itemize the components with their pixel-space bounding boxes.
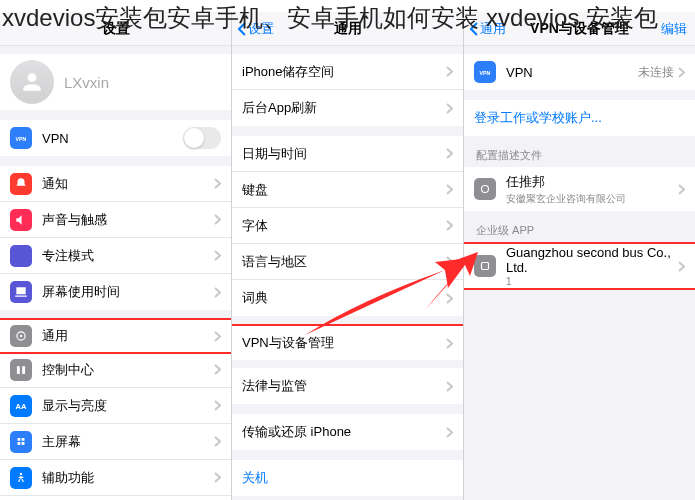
row-label: iPhone储存空间 xyxy=(242,63,446,81)
chevron-right-icon xyxy=(446,293,453,304)
settings-row[interactable]: 通用 xyxy=(0,318,232,354)
chevron-right-icon xyxy=(446,184,453,195)
svg-point-21 xyxy=(482,186,489,193)
sound-icon xyxy=(10,209,32,231)
settings-row[interactable]: 通知 xyxy=(0,166,231,202)
chevron-right-icon xyxy=(678,67,685,78)
settings-row[interactable]: 声音与触感 xyxy=(0,202,231,238)
settings-row[interactable]: 专注模式 xyxy=(0,238,231,274)
settings-row[interactable]: 字体 xyxy=(232,208,463,244)
chevron-right-icon xyxy=(214,364,221,375)
settings-row[interactable]: iPhone储存空间 xyxy=(232,54,463,90)
vpn-toggle-row[interactable]: VPN VPN xyxy=(0,120,231,156)
settings-row[interactable]: 传输或还原 iPhone xyxy=(232,414,463,450)
row-label: 字体 xyxy=(242,217,446,235)
settings-row[interactable]: 辅助功能 xyxy=(0,460,231,496)
chevron-right-icon xyxy=(446,148,453,159)
row-label: VPN与设备管理 xyxy=(242,334,446,352)
settings-row[interactable]: 词典 xyxy=(232,280,463,316)
section-label-enterprise: 企业级 APP xyxy=(464,211,695,242)
vpn-row[interactable]: VPN VPN 未连接 xyxy=(464,54,695,90)
chevron-right-icon xyxy=(446,256,453,267)
settings-row[interactable]: 后台App刷新 xyxy=(232,90,463,126)
signin-link: 登录工作或学校账户... xyxy=(474,109,685,127)
settings-row[interactable]: 语言与地区 xyxy=(232,244,463,280)
svg-text:VPN: VPN xyxy=(16,136,27,142)
row-label: 键盘 xyxy=(242,181,446,199)
chevron-right-icon xyxy=(214,178,221,189)
shutdown-row[interactable]: 关机 xyxy=(232,460,463,496)
chevron-right-icon xyxy=(214,472,221,483)
chevron-right-icon xyxy=(214,287,221,298)
vpn-icon: VPN xyxy=(474,61,496,83)
apple-id-row[interactable]: LXvxin xyxy=(0,54,231,110)
control-icon xyxy=(10,359,32,381)
vpn-toggle[interactable] xyxy=(183,127,221,149)
notif-icon xyxy=(10,173,32,195)
chevron-right-icon xyxy=(446,66,453,77)
svg-point-10 xyxy=(20,472,22,474)
settings-row[interactable]: 日期与时间 xyxy=(232,136,463,172)
focus-icon xyxy=(10,245,32,267)
apple-id-name: LXvxin xyxy=(64,74,109,91)
settings-row[interactable]: AA显示与亮度 xyxy=(0,388,231,424)
chevron-right-icon xyxy=(214,214,221,225)
settings-row[interactable]: 墙纸 xyxy=(0,496,231,500)
chevron-right-icon xyxy=(214,400,221,411)
home-icon xyxy=(10,431,32,453)
chevron-right-icon xyxy=(446,220,453,231)
row-label: 辅助功能 xyxy=(42,469,214,487)
svg-rect-9 xyxy=(22,442,25,445)
settings-row[interactable]: 屏幕使用时间 xyxy=(0,274,231,310)
svg-rect-7 xyxy=(22,437,25,440)
row-label: 后台App刷新 xyxy=(242,99,446,117)
settings-row[interactable]: 键盘 xyxy=(232,172,463,208)
svg-rect-3 xyxy=(17,365,20,373)
row-label: 传输或还原 iPhone xyxy=(242,423,446,441)
row-label: 主屏幕 xyxy=(42,433,214,451)
row-label: 日期与时间 xyxy=(242,145,446,163)
row-label: 通用 xyxy=(42,327,214,345)
row-label: 语言与地区 xyxy=(242,253,446,271)
svg-text:VPN: VPN xyxy=(480,70,491,76)
settings-row[interactable]: 主屏幕 xyxy=(0,424,231,460)
vpn-label: VPN xyxy=(42,131,183,146)
chevron-right-icon xyxy=(446,338,453,349)
profile-row[interactable]: 任推邦 安徽聚玄企业咨询有限公司 xyxy=(464,167,695,211)
chevron-right-icon xyxy=(678,184,685,195)
profile-name: 任推邦 xyxy=(506,173,678,191)
access-icon xyxy=(10,467,32,489)
svg-rect-8 xyxy=(18,442,21,445)
settings-row[interactable]: VPN与设备管理 xyxy=(232,324,464,360)
enterprise-sub: 1 xyxy=(506,276,678,287)
enterprise-name: Guangzhou second bus Co., Ltd. xyxy=(506,245,678,275)
chevron-right-icon xyxy=(214,250,221,261)
row-label: 控制中心 xyxy=(42,361,214,379)
row-label: 屏幕使用时间 xyxy=(42,283,214,301)
general-column: 设置 通用 iPhone储存空间后台App刷新 日期与时间键盘字体语言与地区词典… xyxy=(232,12,464,500)
settings-row[interactable]: 控制中心 xyxy=(0,352,231,388)
chevron-right-icon xyxy=(214,331,221,342)
svg-rect-4 xyxy=(22,365,25,373)
signin-row[interactable]: 登录工作或学校账户... xyxy=(464,100,695,136)
row-label: 通知 xyxy=(42,175,214,193)
shutdown-label: 关机 xyxy=(242,469,453,487)
svg-rect-22 xyxy=(482,263,489,270)
chevron-right-icon xyxy=(446,381,453,392)
vpn-icon: VPN xyxy=(10,127,32,149)
profile-icon xyxy=(474,178,496,200)
settings-column: 设置 LXvxin VPN VPN 通知声音与触感专注模式屏幕使用时间 通用 xyxy=(0,12,232,500)
row-label: 词典 xyxy=(242,289,446,307)
enterprise-app-row[interactable]: Guangzhou second bus Co., Ltd. 1 xyxy=(464,244,695,288)
settings-row[interactable]: 法律与监管 xyxy=(232,368,463,404)
general-icon xyxy=(10,325,32,347)
chevron-right-icon xyxy=(446,103,453,114)
row-label: 法律与监管 xyxy=(242,377,446,395)
section-label-profile: 配置描述文件 xyxy=(464,136,695,167)
svg-rect-6 xyxy=(18,437,21,440)
row-label: 显示与亮度 xyxy=(42,397,214,415)
row-label: 声音与触感 xyxy=(42,211,214,229)
row-label: 专注模式 xyxy=(42,247,214,265)
svg-text:AA: AA xyxy=(16,401,27,410)
screentime-icon xyxy=(10,281,32,303)
